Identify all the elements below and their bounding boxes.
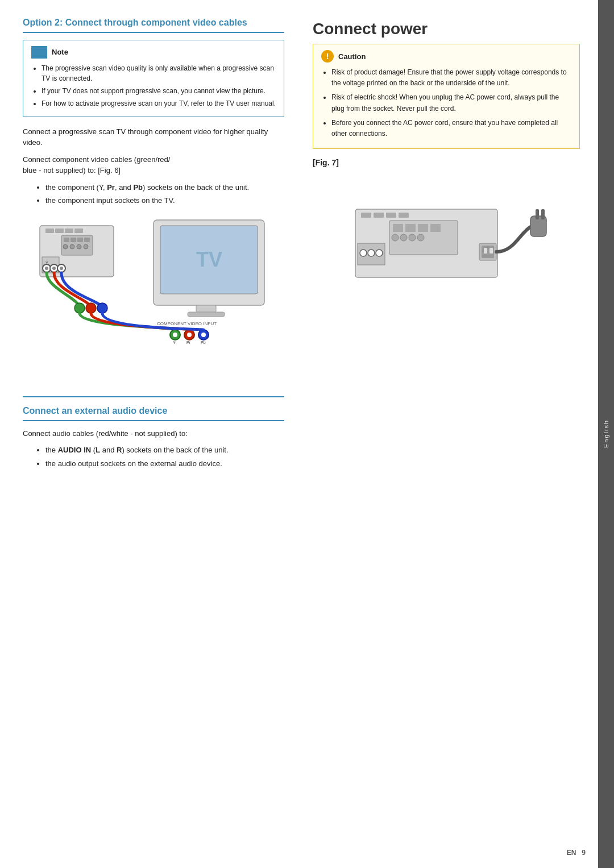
- fig6-diagram: Y: [23, 214, 284, 385]
- svg-point-13: [84, 244, 88, 249]
- svg-rect-28: [188, 312, 225, 317]
- audio-bullets: the AUDIO IN (L and R) sockets on the ba…: [23, 445, 284, 469]
- svg-rect-42: [386, 213, 396, 218]
- note-list: The progressive scan video quality is on…: [31, 63, 276, 109]
- svg-point-34: [187, 333, 192, 337]
- caution-item-3: Before you connect the AC power cord, en…: [331, 118, 571, 139]
- body-text-2: Connect component video cables (green/re…: [23, 154, 284, 176]
- svg-rect-63: [541, 209, 545, 219]
- svg-rect-4: [74, 229, 83, 233]
- svg-point-22: [74, 303, 85, 313]
- audio-bullet-2: the audio output sockets on the external…: [45, 458, 284, 470]
- svg-rect-27: [196, 305, 216, 312]
- page-footer: EN 9: [567, 849, 586, 857]
- caution-icon: !: [321, 50, 334, 63]
- svg-point-56: [376, 250, 383, 256]
- svg-point-55: [368, 250, 375, 256]
- svg-point-16: [45, 267, 48, 270]
- fig6-ref: [Fig. 6]: [98, 166, 121, 175]
- language-label: English: [603, 420, 609, 448]
- svg-point-10: [63, 244, 68, 249]
- svg-rect-3: [65, 229, 73, 233]
- svg-point-54: [360, 250, 367, 256]
- svg-rect-43: [399, 213, 409, 218]
- caution-label: Caution: [338, 52, 366, 61]
- svg-rect-59: [484, 248, 487, 254]
- svg-point-11: [70, 244, 74, 249]
- note-line-1: [33, 46, 45, 48]
- pr-label: Pr: [107, 183, 115, 192]
- note-item-1: The progressive scan video quality is on…: [42, 63, 276, 84]
- note-icon: [31, 46, 47, 59]
- svg-point-51: [409, 234, 416, 241]
- component-bullet-1: the component (Y, Pr, and Pb) sockets on…: [45, 182, 284, 193]
- option2-section: Option 2: Connect through component vide…: [23, 17, 284, 385]
- note-label: Note: [52, 48, 68, 56]
- fig7-label: [Fig. 7]: [313, 158, 580, 167]
- fig7-diagram: [313, 175, 580, 312]
- svg-rect-2: [55, 229, 64, 233]
- svg-rect-45: [393, 224, 403, 232]
- caution-item-1: Risk of product damage! Ensure that the …: [331, 67, 571, 89]
- svg-point-19: [52, 267, 56, 270]
- svg-rect-62: [536, 209, 539, 219]
- svg-rect-8: [77, 238, 83, 242]
- left-column: Option 2: Connect through component vide…: [23, 17, 301, 851]
- svg-rect-60: [489, 248, 493, 254]
- svg-rect-7: [70, 238, 76, 242]
- note-line-2: [33, 51, 45, 53]
- pb-label: Pb: [133, 183, 143, 192]
- svg-text:Y: Y: [45, 261, 48, 265]
- option2-title: Option 2: Connect through component vide…: [23, 17, 284, 33]
- fig7-svg: [338, 175, 554, 312]
- audio-bullet-1: the AUDIO IN (L and R) sockets on the ba…: [45, 445, 284, 456]
- svg-point-23: [86, 303, 96, 313]
- fig6-svg: Y: [34, 214, 273, 385]
- audio-in-label: AUDIO IN: [58, 446, 92, 454]
- external-audio-title: Connect an external audio device: [23, 405, 284, 421]
- svg-rect-6: [64, 238, 69, 242]
- body-text-1: Connect a progressive scan TV through co…: [23, 126, 284, 148]
- svg-text:COMPONENT VIDEO INPUT: COMPONENT VIDEO INPUT: [157, 321, 217, 326]
- page: Option 2: Connect through component vide…: [0, 0, 614, 868]
- svg-point-50: [400, 234, 407, 241]
- svg-text:Pr: Pr: [186, 340, 191, 344]
- svg-point-31: [173, 333, 177, 337]
- svg-rect-40: [361, 213, 371, 218]
- component-bullets: the component (Y, Pr, and Pb) sockets on…: [23, 182, 284, 206]
- caution-box: ! Caution Risk of product damage! Ensure…: [313, 44, 580, 149]
- svg-text:Pb: Pb: [201, 340, 206, 344]
- svg-rect-1: [45, 229, 54, 233]
- external-audio-section: Connect an external audio device Connect…: [23, 396, 284, 469]
- svg-rect-41: [374, 213, 384, 218]
- svg-point-21: [60, 267, 63, 270]
- main-content: Option 2: Connect through component vide…: [0, 0, 598, 868]
- caution-item-2: Risk of electric shock! When you unplug …: [331, 92, 571, 114]
- svg-rect-9: [84, 238, 90, 242]
- tv-label: TV: [196, 248, 222, 271]
- right-column: Connect power ! Caution Risk of product …: [301, 17, 580, 851]
- svg-point-37: [201, 333, 206, 337]
- page-lang: EN: [567, 849, 576, 857]
- svg-point-52: [417, 234, 424, 241]
- note-box: Note The progressive scan video quality …: [23, 40, 284, 117]
- svg-point-49: [392, 234, 399, 241]
- svg-rect-48: [430, 224, 441, 232]
- language-tab: English: [598, 0, 614, 868]
- note-item-3: For how to activate progressive scan on …: [42, 98, 276, 109]
- svg-rect-47: [418, 224, 428, 232]
- svg-point-24: [97, 303, 107, 313]
- svg-text:Y: Y: [173, 340, 176, 344]
- connect-power-title: Connect power: [313, 20, 580, 38]
- component-bullet-2: the component input sockets on the TV.: [45, 195, 284, 206]
- svg-rect-46: [405, 224, 416, 232]
- note-line-3: [33, 56, 45, 58]
- note-header: Note: [31, 46, 276, 59]
- page-number: 9: [582, 849, 586, 857]
- note-item-2: If your TV does not support progressive …: [42, 86, 276, 96]
- audio-body: Connect audio cables (red/white - not su…: [23, 428, 284, 439]
- svg-point-12: [77, 244, 81, 249]
- caution-list: Risk of product damage! Ensure that the …: [321, 67, 571, 139]
- note-lines-icon: [33, 46, 45, 58]
- caution-header: ! Caution: [321, 50, 571, 63]
